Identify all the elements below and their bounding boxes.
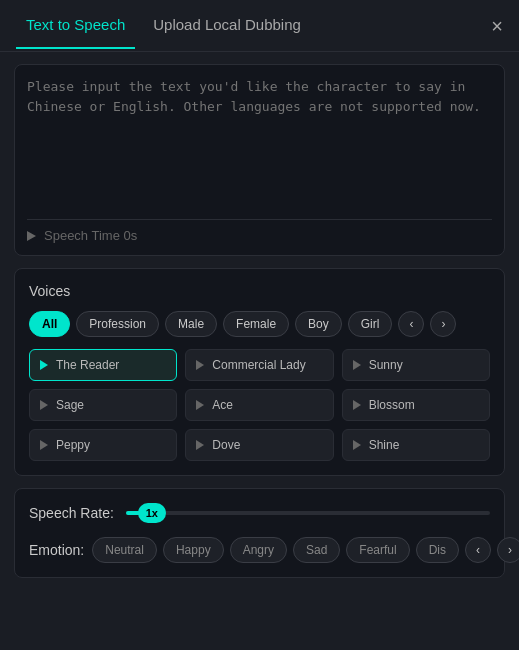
- voice-name: Sunny: [369, 358, 403, 372]
- speech-rate-row: Speech Rate: 1x: [29, 503, 490, 523]
- voice-play-icon: [353, 360, 361, 370]
- tab-upload-local-dubbing[interactable]: Upload Local Dubbing: [143, 2, 311, 49]
- emotion-filters: Neutral Happy Angry Sad Fearful Dis ‹ ›: [92, 537, 519, 563]
- filters-prev-button[interactable]: ‹: [398, 311, 424, 337]
- slider-track: [126, 511, 490, 515]
- speech-rate-label: Speech Rate:: [29, 505, 114, 521]
- voice-name: Peppy: [56, 438, 90, 452]
- voice-item-dove[interactable]: Dove: [185, 429, 333, 461]
- header: Text to Speech Upload Local Dubbing ×: [0, 0, 519, 52]
- emotion-dis[interactable]: Dis: [416, 537, 459, 563]
- voice-play-icon: [196, 440, 204, 450]
- emotion-row: Emotion: Neutral Happy Angry Sad Fearful…: [29, 537, 490, 563]
- voice-item-the-reader[interactable]: The Reader: [29, 349, 177, 381]
- emotion-label: Emotion:: [29, 542, 84, 558]
- voice-name: Ace: [212, 398, 233, 412]
- voice-item-ace[interactable]: Ace: [185, 389, 333, 421]
- voice-item-blossom[interactable]: Blossom: [342, 389, 490, 421]
- voice-name: The Reader: [56, 358, 119, 372]
- tab-text-to-speech[interactable]: Text to Speech: [16, 2, 135, 49]
- voice-play-icon: [196, 360, 204, 370]
- filter-profession[interactable]: Profession: [76, 311, 159, 337]
- emotion-fearful[interactable]: Fearful: [346, 537, 409, 563]
- speech-text-input[interactable]: [27, 77, 492, 207]
- rate-emotion-section: Speech Rate: 1x Emotion: Neutral Happy A…: [14, 488, 505, 578]
- filter-female[interactable]: Female: [223, 311, 289, 337]
- emotion-neutral[interactable]: Neutral: [92, 537, 157, 563]
- voice-name: Shine: [369, 438, 400, 452]
- voice-item-sunny[interactable]: Sunny: [342, 349, 490, 381]
- voice-play-icon: [353, 440, 361, 450]
- filter-girl[interactable]: Girl: [348, 311, 393, 337]
- emotion-happy[interactable]: Happy: [163, 537, 224, 563]
- voice-item-shine[interactable]: Shine: [342, 429, 490, 461]
- emotion-sad[interactable]: Sad: [293, 537, 340, 563]
- voice-filters: All Profession Male Female Boy Girl ‹ ›: [29, 311, 490, 337]
- close-button[interactable]: ×: [491, 16, 503, 36]
- voice-name: Commercial Lady: [212, 358, 305, 372]
- emotion-angry[interactable]: Angry: [230, 537, 287, 563]
- voice-play-icon: [196, 400, 204, 410]
- main-content: Speech Time 0s Voices All Profession Mal…: [0, 52, 519, 590]
- speech-rate-slider-container: 1x: [126, 503, 490, 523]
- emotion-prev-button[interactable]: ‹: [465, 537, 491, 563]
- filters-next-button[interactable]: ›: [430, 311, 456, 337]
- speech-time-display: Speech Time 0s: [27, 219, 492, 243]
- voices-section: Voices All Profession Male Female Boy Gi…: [14, 268, 505, 476]
- voices-title: Voices: [29, 283, 490, 299]
- voice-name: Dove: [212, 438, 240, 452]
- text-section: Speech Time 0s: [14, 64, 505, 256]
- slider-thumb[interactable]: 1x: [138, 503, 166, 523]
- filter-male[interactable]: Male: [165, 311, 217, 337]
- voice-item-commercial-lady[interactable]: Commercial Lady: [185, 349, 333, 381]
- filter-all[interactable]: All: [29, 311, 70, 337]
- emotion-next-button[interactable]: ›: [497, 537, 519, 563]
- voice-item-peppy[interactable]: Peppy: [29, 429, 177, 461]
- voice-grid: The Reader Commercial Lady Sunny Sage Ac…: [29, 349, 490, 461]
- voice-item-sage[interactable]: Sage: [29, 389, 177, 421]
- filter-boy[interactable]: Boy: [295, 311, 342, 337]
- voice-play-icon: [353, 400, 361, 410]
- voice-play-icon: [40, 360, 48, 370]
- speech-time-label: Speech Time 0s: [44, 228, 137, 243]
- voice-play-icon: [40, 440, 48, 450]
- voice-name: Blossom: [369, 398, 415, 412]
- voice-name: Sage: [56, 398, 84, 412]
- voice-play-icon: [40, 400, 48, 410]
- play-icon: [27, 231, 36, 241]
